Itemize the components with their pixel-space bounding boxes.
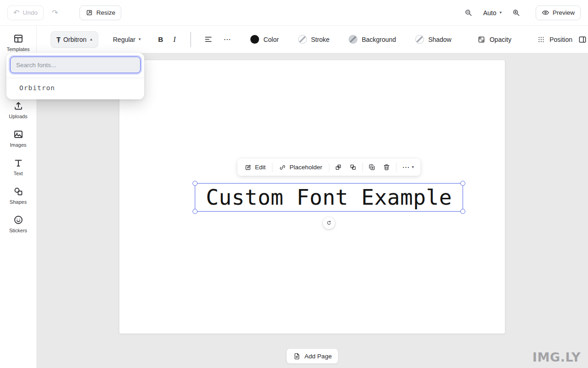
sidebar-item-label: Text xyxy=(13,171,23,176)
trash-icon xyxy=(383,163,390,171)
resize-handle-bottom-left[interactable] xyxy=(192,209,198,214)
preview-eye-icon xyxy=(542,9,549,17)
position-button[interactable]: Position xyxy=(534,35,575,44)
add-page-icon xyxy=(293,352,301,360)
position-label: Position xyxy=(549,36,572,43)
top-toolbar: ↶ Undo ↷ Resize Auto ▾ xyxy=(0,0,588,26)
color-swatch-icon xyxy=(250,35,259,44)
divider xyxy=(329,163,329,172)
font-search-input[interactable] xyxy=(10,57,141,73)
stroke-label: Stroke xyxy=(311,36,329,43)
chevron-down-icon: ▾ xyxy=(499,11,502,15)
add-page-button[interactable]: Add Page xyxy=(286,348,339,364)
sidebar-item-text[interactable]: Text xyxy=(0,157,36,176)
chevron-down-icon: ▾ xyxy=(139,37,141,41)
font-family-dropdown-button[interactable]: Tf Orbitron ▴ xyxy=(51,31,98,48)
font-family-value: Orbitron xyxy=(63,36,87,43)
shadow-button[interactable]: Shadow xyxy=(413,34,454,44)
send-backward-icon xyxy=(349,163,357,171)
resize-handle-top-right[interactable] xyxy=(460,181,465,186)
font-style-value: Regular xyxy=(113,36,136,43)
resize-label: Resize xyxy=(96,9,115,16)
resize-handle-bottom-right[interactable] xyxy=(460,209,465,214)
font-dropdown-panel: Orbitron xyxy=(6,53,144,99)
text-inspector-bar: Tf Orbitron ▴ Regular ▾ B I pt ▾ ⋯ Color xyxy=(37,26,588,53)
selection-context-toolbar: Edit Placeholder ⋯ xyxy=(237,159,420,176)
color-button[interactable]: Color xyxy=(248,34,281,44)
position-icon xyxy=(537,35,545,44)
undo-button[interactable]: ↶ Undo xyxy=(7,6,44,20)
edit-button[interactable]: Edit xyxy=(240,161,270,174)
more-icon: ⋯ xyxy=(402,163,410,172)
bring-forward-button[interactable] xyxy=(331,161,346,174)
sidebar-item-stickers[interactable]: Stickers xyxy=(0,214,36,233)
imgly-watermark: IMG.LY xyxy=(532,350,581,364)
topbar-left-group: ↶ Undo ↷ Resize xyxy=(7,6,121,20)
selected-text-block[interactable]: Custom Font Example xyxy=(195,183,463,212)
sidebar-item-label: Stickers xyxy=(9,228,27,233)
uploads-icon xyxy=(13,100,24,111)
text-content: Custom Font Example xyxy=(206,185,452,210)
text-icon xyxy=(13,157,24,168)
stroke-swatch-icon xyxy=(298,35,307,44)
topbar-right-group: Auto ▾ Preview xyxy=(461,6,581,20)
resize-handle-top-left[interactable] xyxy=(192,181,198,186)
chevron-up-icon: ▴ xyxy=(90,37,92,41)
placeholder-button[interactable]: Placeholder xyxy=(274,161,327,174)
divider xyxy=(362,163,363,172)
stickers-icon xyxy=(13,214,24,225)
zoom-level-value: Auto xyxy=(483,9,497,17)
more-text-options-button[interactable]: ⋯ xyxy=(220,33,234,46)
templates-icon xyxy=(13,33,24,44)
sidebar-item-images[interactable]: Images xyxy=(0,129,36,148)
redo-button[interactable]: ↷ xyxy=(48,6,62,20)
zoom-level-dropdown[interactable]: Auto ▾ xyxy=(481,9,504,17)
shapes-icon xyxy=(13,186,24,197)
redo-icon: ↷ xyxy=(52,9,58,17)
color-label: Color xyxy=(263,36,278,43)
duplicate-button[interactable] xyxy=(365,161,379,174)
rotate-icon xyxy=(326,220,332,226)
align-left-icon xyxy=(204,35,213,44)
sidebar-item-label: Uploads xyxy=(9,114,27,119)
text-align-button[interactable] xyxy=(201,33,215,46)
font-style-dropdown-button[interactable]: Regular ▾ xyxy=(110,35,144,44)
edit-pencil-icon xyxy=(244,164,252,171)
preview-label: Preview xyxy=(553,9,575,16)
duplicate-icon xyxy=(368,163,376,171)
opacity-icon xyxy=(477,35,486,44)
stroke-button[interactable]: Stroke xyxy=(295,34,332,44)
canvas-area: Edit Placeholder ⋯ xyxy=(37,53,588,368)
resize-icon xyxy=(85,9,93,17)
panel-toggle-icon xyxy=(578,35,587,44)
font-size-control: pt ▾ xyxy=(190,32,191,47)
panel-toggle-button[interactable] xyxy=(575,32,588,47)
delete-button[interactable] xyxy=(379,161,394,174)
sidebar-item-label: Templates xyxy=(6,46,29,52)
preview-button[interactable]: Preview xyxy=(536,6,581,20)
sidebar-item-uploads[interactable]: Uploads xyxy=(0,100,36,119)
resize-button[interactable]: Resize xyxy=(79,6,121,20)
divider xyxy=(6,78,144,78)
bold-button[interactable]: B xyxy=(155,33,166,46)
sidebar-item-label: Shapes xyxy=(10,199,27,205)
undo-icon: ↶ xyxy=(13,9,19,17)
background-button[interactable]: Background xyxy=(346,34,399,44)
zoom-in-button[interactable] xyxy=(509,6,523,20)
font-option-orbitron[interactable]: Orbitron xyxy=(10,79,141,96)
more-options-button[interactable]: ⋯ ▾ xyxy=(398,161,418,174)
edit-label: Edit xyxy=(255,164,266,171)
send-backward-button[interactable] xyxy=(346,161,361,174)
opacity-button[interactable]: Opacity xyxy=(475,35,514,44)
shadow-label: Shadow xyxy=(428,36,452,43)
zoom-out-button[interactable] xyxy=(461,6,475,20)
font-icon: Tf xyxy=(57,36,60,43)
sidebar-item-templates[interactable]: Templates xyxy=(0,33,36,52)
divider xyxy=(396,163,396,172)
bring-forward-icon xyxy=(334,163,342,171)
rotate-handle[interactable] xyxy=(323,217,335,229)
sidebar-item-shapes[interactable]: Shapes xyxy=(0,186,36,205)
background-label: Background xyxy=(362,36,396,43)
zoom-in-icon xyxy=(512,8,520,17)
italic-button[interactable]: I xyxy=(170,33,178,46)
